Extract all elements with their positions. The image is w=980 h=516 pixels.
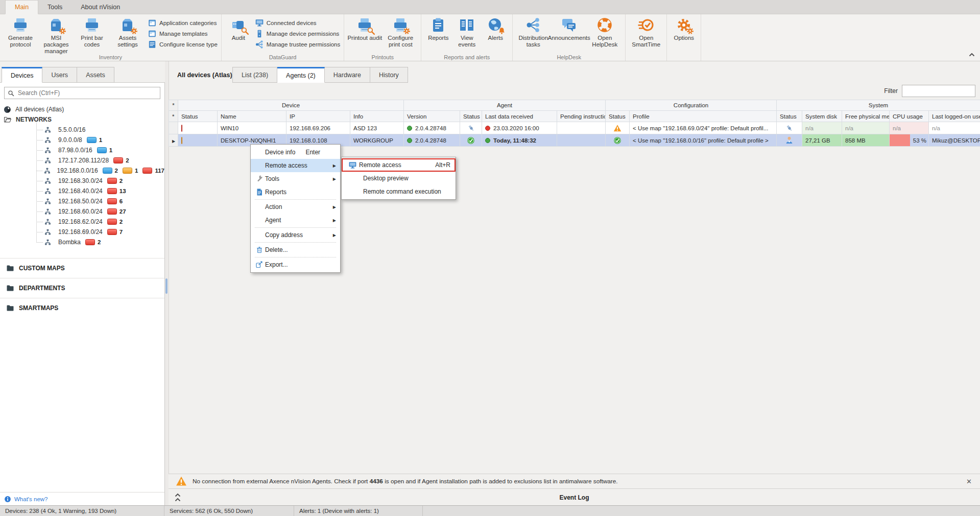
- network-label: 5.5.0.0/16: [58, 126, 85, 133]
- application-categories-button[interactable]: Application categories: [148, 18, 218, 28]
- print-bar-codes-button[interactable]: Print bar codes: [74, 16, 110, 48]
- alerts-button[interactable]: Alerts: [481, 16, 510, 41]
- col-pending[interactable]: Pending instruction: [557, 111, 606, 122]
- tree-item-custom-maps[interactable]: CUSTOM MAPS: [0, 258, 164, 278]
- tree-item-network[interactable]: 192.168.50.0/246: [0, 196, 164, 206]
- options-button[interactable]: Options: [670, 16, 698, 41]
- tab-about-nvision[interactable]: About nVision: [71, 0, 129, 14]
- menu-item-export[interactable]: Export...: [251, 258, 340, 271]
- group-header-configuration[interactable]: Configuration: [606, 100, 777, 111]
- connected-devices-button[interactable]: Connected devices: [255, 18, 340, 28]
- filter-box[interactable]: [902, 85, 975, 97]
- col-agent-status[interactable]: Status: [460, 111, 482, 122]
- submenu-item-desktop-preview[interactable]: Desktop preview: [342, 172, 456, 185]
- tree-item-network[interactable]: 192.168.0.0/1621117: [0, 166, 164, 176]
- tree-item-network[interactable]: 87.98.0.0/161: [0, 145, 164, 155]
- tree-search[interactable]: [4, 87, 160, 99]
- tree-item-all-devices[interactable]: All devices (Atlas): [0, 104, 164, 114]
- group-header-agent[interactable]: Agent: [404, 100, 606, 111]
- reports-button[interactable]: Reports: [424, 16, 452, 41]
- tree-item-smartmaps[interactable]: SMARTMAPS: [0, 298, 164, 318]
- menu-separator: [255, 242, 336, 243]
- tab-list[interactable]: List (238): [232, 67, 277, 83]
- search-input[interactable]: [17, 89, 157, 97]
- check-circle-icon: [613, 136, 622, 145]
- tab-history[interactable]: History: [370, 67, 408, 83]
- col-free-mem[interactable]: Free physical me: [842, 111, 890, 122]
- close-icon[interactable]: ✕: [966, 478, 972, 485]
- msi-packages-manager-button[interactable]: MSI packages manager: [38, 16, 74, 55]
- tab-assets[interactable]: Assets: [77, 67, 114, 83]
- configure-license-type-button[interactable]: Configure license type: [148, 39, 218, 49]
- menu-item-agent[interactable]: Agent ▶: [251, 214, 340, 227]
- filter-input[interactable]: [907, 87, 980, 95]
- col-ip[interactable]: IP: [286, 111, 350, 122]
- tree-connector: [36, 212, 43, 212]
- whats-new-link[interactable]: What's new?: [14, 496, 47, 502]
- menu-item-tools[interactable]: Tools ▶: [251, 172, 340, 185]
- distribution-tasks-button[interactable]: Distribution tasks: [515, 16, 551, 48]
- tree-connector: [36, 201, 43, 202]
- open-helpdesk-button[interactable]: Open HelpDesk: [587, 16, 623, 48]
- col-system-disk[interactable]: System disk: [802, 111, 842, 122]
- tree-item-network[interactable]: 192.168.69.0/247: [0, 227, 164, 237]
- col-version[interactable]: Version: [404, 111, 460, 122]
- tree-connector: [36, 242, 43, 243]
- col-info[interactable]: Info: [350, 111, 404, 122]
- submenu-item-remote-access[interactable]: Remote access Alt+R: [342, 158, 456, 172]
- open-smarttime-button[interactable]: Open SmartTime: [628, 16, 664, 48]
- table-row-win10[interactable]: WIN10 192.168.69.206 ASD 123 2.0.4.28748…: [169, 122, 980, 134]
- customize-icon[interactable]: *: [169, 100, 178, 111]
- col-cpu[interactable]: CPU usage: [890, 111, 929, 122]
- menu-item-remote-access[interactable]: Remote access ▶: [251, 159, 340, 172]
- tree-item-network[interactable]: 5.5.0.0/16: [0, 125, 164, 135]
- tree-item-network[interactable]: 192.168.30.0/242: [0, 176, 164, 186]
- group-header-system[interactable]: System: [777, 100, 980, 111]
- audit-button[interactable]: Audit: [224, 16, 253, 41]
- col-system-status[interactable]: Status: [777, 111, 802, 122]
- configure-print-cost-button[interactable]: Configure print cost: [383, 16, 418, 48]
- tree-item-networks[interactable]: NETWORKS: [0, 114, 164, 125]
- ribbon-collapse-button[interactable]: [968, 51, 976, 58]
- manage-device-permissions-button[interactable]: Manage device permissions: [255, 29, 340, 38]
- menu-item-delete[interactable]: Delete...: [251, 243, 340, 256]
- announcements-button[interactable]: Announcements: [551, 16, 587, 41]
- open-folder-icon: [4, 115, 12, 124]
- tab-tools[interactable]: Tools: [38, 0, 71, 14]
- tab-main[interactable]: Main: [5, 0, 38, 14]
- submenu-item-remote-command-execution[interactable]: Remote command execution: [342, 185, 456, 198]
- col-status[interactable]: Status: [178, 111, 218, 122]
- col-config-status[interactable]: Status: [606, 111, 630, 122]
- assets-settings-button[interactable]: Assets settings: [110, 16, 146, 48]
- tree-item-network[interactable]: 172.17.208.112/282: [0, 155, 164, 166]
- tree-item-departments[interactable]: DEPARTMENTS: [0, 278, 164, 298]
- manage-templates-button[interactable]: Manage templates: [148, 29, 218, 38]
- tree-item-network[interactable]: 192.168.40.0/2413: [0, 186, 164, 196]
- manage-trustee-permissions-button[interactable]: Manage trustee permissions: [255, 39, 340, 49]
- menu-item-device-info[interactable]: Device info Enter: [251, 146, 340, 159]
- col-profile[interactable]: Profile: [630, 111, 777, 122]
- tab-agents[interactable]: Agents (2): [277, 67, 325, 83]
- tree-item-network[interactable]: 9.0.0.0/81: [0, 135, 164, 145]
- printout-audit-button[interactable]: Printout audit: [347, 16, 383, 41]
- tree-item-network[interactable]: Bombka2: [0, 237, 164, 247]
- customize-icon[interactable]: *: [169, 111, 178, 122]
- warning-text: No connection from external Axence nVisi…: [193, 478, 618, 485]
- menu-item-action[interactable]: Action ▶: [251, 200, 340, 214]
- tab-devices[interactable]: Devices: [2, 67, 42, 83]
- group-header-device[interactable]: Device: [178, 100, 404, 111]
- tree-item-network[interactable]: 192.168.60.0/2427: [0, 206, 164, 217]
- generate-protocol-button[interactable]: Generate protocol: [3, 16, 38, 48]
- splitter-handle[interactable]: [165, 278, 168, 294]
- tab-users[interactable]: Users: [42, 67, 77, 83]
- menu-item-reports[interactable]: Reports: [251, 185, 340, 199]
- tab-hardware[interactable]: Hardware: [325, 67, 370, 83]
- col-last-data[interactable]: Last data received: [482, 111, 557, 122]
- tree-item-network[interactable]: 192.168.62.0/242: [0, 217, 164, 227]
- menu-label: Delete...: [265, 246, 288, 253]
- menu-item-copy-address[interactable]: Copy address ▶: [251, 228, 340, 242]
- view-events-button[interactable]: View events: [452, 16, 481, 48]
- device-count-badge-orange: [123, 168, 132, 174]
- col-name[interactable]: Name: [218, 111, 286, 122]
- col-last-user[interactable]: Last logged-on user: [929, 111, 980, 122]
